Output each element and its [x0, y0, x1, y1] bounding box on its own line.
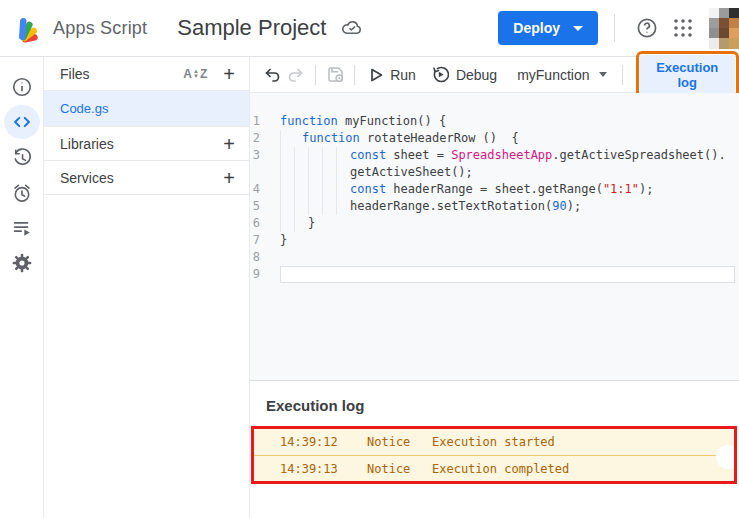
avatar-pixel [709, 38, 719, 48]
indent-guide [280, 147, 294, 164]
log-timestamp: 14:39:12 [280, 435, 367, 449]
log-timestamp: 14:39:13 [280, 462, 367, 476]
redo-icon[interactable] [284, 62, 308, 88]
log-level: Notice [367, 435, 432, 449]
line-number [250, 164, 280, 181]
indent-guide [336, 164, 350, 181]
apps-script-window: Apps Script Sample Project Deploy [0, 0, 739, 518]
chevron-down-icon [599, 72, 607, 77]
code-line[interactable]: getActiveSheet(); [250, 164, 739, 181]
avatar-pixel [719, 28, 729, 38]
line-number: 1 [250, 113, 280, 130]
apps-grid-icon[interactable] [665, 10, 701, 46]
avatar-pixel [709, 28, 719, 38]
indent-guide [322, 147, 336, 164]
code-line-text: } [280, 215, 739, 232]
indent-guide [336, 198, 350, 215]
indent-guide [336, 181, 350, 198]
indent-guide [280, 215, 294, 232]
undo-icon[interactable] [260, 62, 284, 88]
code-line[interactable]: 4const headerRange = sheet.getRange("1:1… [250, 181, 739, 198]
line-number: 5 [250, 198, 280, 215]
indent-guide [294, 215, 308, 232]
code-line-text: function rotateHeaderRow () { [280, 130, 739, 147]
indent-guide [336, 147, 350, 164]
left-rail [0, 57, 44, 518]
log-message: Execution completed [432, 462, 569, 476]
indent-guide [280, 181, 294, 198]
debug-button[interactable]: Debug [424, 61, 505, 89]
function-selector[interactable]: myFunction [509, 61, 614, 89]
indent-guide [280, 164, 294, 181]
help-icon[interactable] [629, 10, 665, 46]
log-entries: 14:39:12NoticeExecution started14:39:13N… [254, 429, 734, 481]
apps-script-logo[interactable] [14, 13, 44, 43]
code-line-text: const headerRange = sheet.getRange("1:1"… [280, 181, 739, 198]
editor-toolbar: Run Debug myFunction Execution log [250, 57, 739, 93]
line-number: 3 [250, 147, 280, 164]
add-file-button[interactable]: + [223, 64, 235, 84]
code-line[interactable]: 6} [250, 215, 739, 232]
code-lines: 1function myFunction() {2function rotate… [250, 113, 739, 283]
avatar-pixel [729, 38, 739, 48]
app-name: Apps Script [53, 18, 147, 39]
line-number: 4 [250, 181, 280, 198]
code-line-text: function myFunction() { [280, 113, 739, 130]
indent-guide [308, 164, 322, 181]
debug-label: Debug [456, 67, 497, 83]
code-line-text: headerRange.setTextRotation(90); [280, 198, 739, 215]
code-line-text: } [280, 232, 739, 249]
sidebar-item-executions[interactable] [4, 210, 40, 245]
sidebar-item-triggers[interactable] [4, 175, 40, 210]
execution-log-title: Execution log [250, 381, 739, 426]
orange-annotation-box: Execution log [636, 51, 739, 99]
indent-guide [308, 147, 322, 164]
code-line[interactable]: 2function rotateHeaderRow () { [250, 130, 739, 147]
list-play-icon [11, 217, 33, 239]
indent-guide [280, 198, 294, 215]
deploy-label: Deploy [513, 20, 560, 36]
cloud-saved-icon [342, 20, 362, 36]
indent-guide [294, 147, 308, 164]
avatar-pixel [729, 8, 739, 18]
avatar-pixel [709, 8, 719, 18]
az-sort-icon[interactable]: A▲▼Z [183, 67, 207, 81]
sidebar-item-settings[interactable] [4, 245, 40, 280]
log-message: Execution started [432, 435, 555, 449]
gear-icon [11, 252, 33, 274]
deploy-caret-icon [573, 26, 583, 31]
project-title[interactable]: Sample Project [177, 15, 326, 41]
log-level: Notice [367, 462, 432, 476]
add-service-button[interactable]: + [223, 168, 235, 188]
libraries-section: Libraries + [44, 127, 249, 161]
sidebar-item-overview[interactable] [4, 69, 40, 104]
code-editor[interactable]: 1function myFunction() {2function rotate… [250, 93, 739, 381]
code-line-text [280, 266, 735, 283]
line-number: 9 [250, 266, 280, 283]
save-icon[interactable] [323, 62, 347, 88]
avatar[interactable] [709, 8, 739, 49]
sidebar-item-editor[interactable] [4, 105, 40, 139]
history-icon [11, 147, 33, 169]
deploy-button[interactable]: Deploy [498, 11, 598, 45]
files-panel-title: Files [60, 66, 183, 82]
code-line-text [280, 249, 739, 266]
red-annotation-box: 14:39:12NoticeExecution started14:39:13N… [251, 426, 737, 484]
run-button[interactable]: Run [362, 61, 424, 89]
file-item-code-gs[interactable]: Code.gs [44, 91, 249, 127]
add-library-button[interactable]: + [223, 134, 235, 154]
code-line[interactable]: 1function myFunction() { [250, 113, 739, 130]
code-line[interactable]: 3const sheet = SpreadsheetApp.getActiveS… [250, 147, 739, 164]
code-line[interactable]: 5headerRange.setTextRotation(90); [250, 198, 739, 215]
top-header: Apps Script Sample Project Deploy [0, 0, 739, 57]
sidebar-item-project-history[interactable] [4, 140, 40, 175]
avatar-pixel [729, 18, 739, 28]
code-line[interactable]: 8 [250, 249, 739, 266]
header-divider [614, 14, 615, 42]
execution-log-panel: Execution log 14:39:12NoticeExecution st… [250, 381, 739, 518]
execution-log-button[interactable]: Execution log [640, 55, 736, 95]
code-line[interactable]: 9 [250, 266, 739, 283]
line-number: 6 [250, 215, 280, 232]
code-line[interactable]: 7} [250, 232, 739, 249]
avatar-pixel [719, 18, 729, 28]
